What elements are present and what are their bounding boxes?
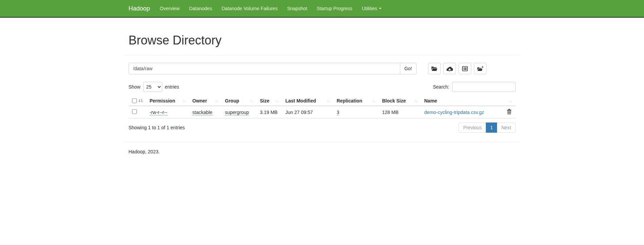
sort-icon: ↑↓ [372,99,375,103]
trash-icon [507,109,512,114]
sort-icon: ↑↓ [276,99,279,103]
header-owner-label: Owner [192,98,207,103]
create-directory-button[interactable] [428,63,441,74]
delete-file-button[interactable] [507,109,512,115]
permission-value[interactable]: -rw-r--r-- [150,110,167,115]
header-block-size-label: Block Size [382,98,406,103]
divider [124,142,521,142]
sort-icon: ↑↓ [215,99,218,103]
cloud-upload-icon [446,66,453,71]
row-checkbox[interactable] [132,109,137,114]
brand-hadoop[interactable]: Hadoop [129,0,155,17]
sort-asc-icon [138,99,143,103]
group-value[interactable]: supergroup [225,110,249,115]
nav-startup-progress[interactable]: Startup Progress [312,0,357,17]
search-control: Search: [433,82,515,92]
nav-snapshot[interactable]: Snapshot [282,0,312,17]
header-actions[interactable]: ↑↓ [501,96,516,106]
sort-icon: ↑↓ [183,99,186,103]
pagination-page-1[interactable]: 1 [486,122,497,133]
folder-open-icon [431,66,438,71]
directory-path-input[interactable] [129,63,400,74]
main-nav: Overview Datanodes Datanode Volume Failu… [155,0,386,17]
file-actions-toolbar [428,63,486,74]
set-policy-button[interactable] [459,63,471,74]
header-last-modified-label: Last Modified [286,98,316,103]
entries-summary: Showing 1 to 1 of 1 entries [129,125,185,130]
table-row: -rw-r--r-- stackable supergroup 3.19 MB … [129,106,516,118]
folder-move-icon [477,66,483,71]
page-length-control: Show 25 entries [129,82,179,92]
top-navbar: Hadoop Overview Datanodes Datanode Volum… [0,0,644,18]
block-size-value: 128 MB [379,106,421,118]
show-label: Show [129,84,141,90]
sort-icon: ↑↓ [327,99,330,103]
sort-icon: ↑↓ [415,99,418,103]
header-replication-label: Replication [337,98,362,103]
main-content: Browse Directory Go! [124,33,521,154]
nav-datanodes[interactable]: Datanodes [184,0,217,17]
table-header-row: Permission ↑↓ Owner ↑↓ Group ↑↓ Size ↑↓ … [129,96,516,106]
search-input[interactable] [452,82,516,92]
table-controls: Show 25 entries Search: [129,82,516,92]
move-file-button[interactable] [474,63,486,74]
header-permission-label: Permission [150,98,175,103]
owner-value[interactable]: stackable [192,110,213,115]
upload-file-button[interactable] [443,63,456,74]
header-group[interactable]: Group ↑↓ [222,96,257,106]
header-replication[interactable]: Replication ↑↓ [333,96,379,106]
table-footer: Showing 1 to 1 of 1 entries Previous 1 N… [129,122,516,133]
replication-value[interactable]: 3 [337,110,339,115]
divider [124,55,521,55]
page-title: Browse Directory [129,33,516,48]
nav-utilities-dropdown[interactable]: Utilities [357,0,386,17]
header-last-modified[interactable]: Last Modified ↑↓ [282,96,333,106]
sort-icon: ↑↓ [509,99,512,103]
page-size-select[interactable]: 25 [143,82,162,92]
nav-datanode-volume-failures[interactable]: Datanode Volume Failures [217,0,282,17]
header-name[interactable]: Name [421,96,501,106]
footer-text: Hadoop, 2023. [129,149,516,154]
header-group-label: Group [225,98,239,103]
path-input-group: Go! [129,63,417,74]
header-name-label: Name [424,98,437,103]
nav-overview[interactable]: Overview [155,0,184,17]
nav-utilities-label: Utilities [362,6,377,11]
pagination-previous[interactable]: Previous [459,122,486,133]
header-select-all[interactable] [129,96,146,106]
file-name-link[interactable]: demo-cycling-tripdata.csv.gz [424,110,484,115]
header-size[interactable]: Size ↑↓ [257,96,282,106]
select-all-checkbox[interactable] [132,98,137,103]
list-alt-icon [462,66,468,71]
entries-label: entries [165,84,179,90]
sort-icon: ↑↓ [250,99,253,103]
header-permission[interactable]: Permission ↑↓ [146,96,189,106]
pagination: Previous 1 Next [459,122,515,133]
path-bar: Go! [129,63,516,74]
header-size-label: Size [260,98,270,103]
header-owner[interactable]: Owner ↑↓ [189,96,222,106]
last-modified-value: Jun 27 09:57 [282,106,333,118]
caret-down-icon [379,8,382,9]
search-label: Search: [433,84,449,90]
size-value: 3.19 MB [257,106,282,118]
go-button[interactable]: Go! [400,63,417,74]
pagination-next[interactable]: Next [497,122,516,133]
directory-table: Permission ↑↓ Owner ↑↓ Group ↑↓ Size ↑↓ … [129,96,516,118]
navbar-container: Hadoop Overview Datanodes Datanode Volum… [124,0,521,17]
header-block-size[interactable]: Block Size ↑↓ [379,96,421,106]
